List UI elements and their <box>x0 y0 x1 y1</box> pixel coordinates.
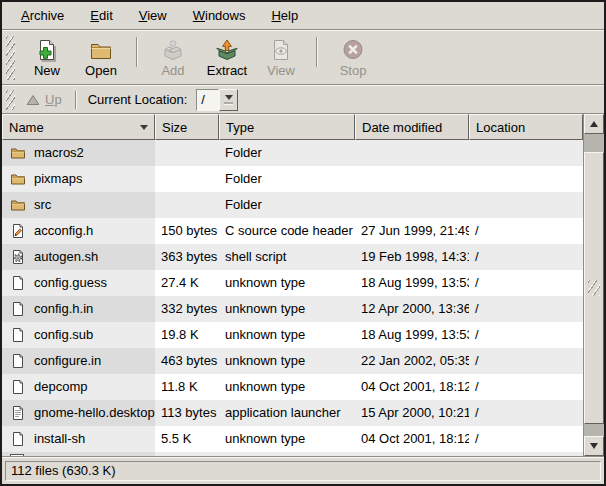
desktop-launcher-file-icon <box>10 405 26 421</box>
scroll-down-button[interactable] <box>584 436 604 456</box>
cell-date-modified: 18 Aug 1999, 13:53 <box>355 322 469 348</box>
menu-archive[interactable]: Archive <box>8 4 77 27</box>
file-name: depcomp <box>34 374 87 400</box>
location-combo-dropdown[interactable] <box>219 89 238 111</box>
column-header-type[interactable]: Type <box>219 114 355 140</box>
cell-location <box>469 192 583 218</box>
file-name: src <box>34 192 51 218</box>
file-name: configure.in <box>34 348 101 374</box>
cell-location: / <box>469 270 583 296</box>
cell-location <box>469 140 583 166</box>
view-file-icon <box>269 38 293 62</box>
folder-icon <box>10 145 26 161</box>
cell-size: 27.4 K <box>155 270 219 296</box>
extract-button[interactable]: Extract <box>200 33 254 83</box>
cell-name: config.sub <box>2 322 155 348</box>
view-button[interactable]: View <box>254 33 308 83</box>
cell-location: / <box>469 400 583 426</box>
dropdown-bar-icon <box>224 102 233 104</box>
status-frame: 112 files (630.3 K) <box>5 461 601 481</box>
cell-date-modified: 27 Jun 1999, 21:49 <box>355 218 469 244</box>
cell-date-modified: 04 Oct 2001, 18:12 <box>355 426 469 452</box>
cell-name: macros2 <box>2 140 155 166</box>
scroll-up-button[interactable] <box>584 114 604 134</box>
add-button[interactable]: Add <box>146 33 200 83</box>
table-row[interactable]: autogen.sh 363 bytes shell script 19 Feb… <box>2 244 583 270</box>
table-row[interactable]: config.guess 27.4 K unknown type 18 Aug … <box>2 270 583 296</box>
stop-button[interactable]: Stop <box>326 33 380 83</box>
folder-icon <box>10 171 26 187</box>
plain-file-icon <box>10 353 26 369</box>
cell-size <box>155 166 219 192</box>
cell-date-modified: 19 Feb 1998, 14:31 <box>355 244 469 270</box>
scrollbar-thumb[interactable] <box>584 152 604 424</box>
cell-type: unknown type <box>219 296 355 322</box>
cell-location: / <box>469 218 583 244</box>
cell-date-modified: 04 Oct 2001, 18:12 <box>355 374 469 400</box>
plain-file-icon <box>10 275 26 291</box>
status-bar: 112 files (630.3 K) <box>2 458 604 484</box>
locationbar-drag-handle[interactable] <box>6 90 15 110</box>
cell-name: src <box>2 192 155 218</box>
cell-name: install-sh <box>2 426 155 452</box>
scrollbar-trough[interactable] <box>584 134 604 436</box>
plain-file-icon <box>10 301 26 317</box>
cell-name: autogen.sh <box>2 244 155 270</box>
file-name: pixmaps <box>34 166 82 192</box>
cell-location: / <box>469 322 583 348</box>
cell-name: config.guess <box>2 270 155 296</box>
chevron-down-icon <box>225 95 233 100</box>
open-button[interactable]: Open <box>74 33 128 83</box>
cell-name: configure.in <box>2 348 155 374</box>
cell-date-modified <box>355 140 469 166</box>
table-row[interactable]: depcomp 11.8 K unknown type 04 Oct 2001,… <box>2 374 583 400</box>
cell-name: acconfig.h <box>2 218 155 244</box>
sort-indicator-icon <box>140 125 148 130</box>
menu-windows[interactable]: Windows <box>180 4 259 27</box>
cell-size: 150 bytes <box>155 218 219 244</box>
table-row[interactable]: config.h.in 332 bytes unknown type 12 Ap… <box>2 296 583 322</box>
cell-type: Folder <box>219 192 355 218</box>
file-name: install-sh <box>34 426 85 452</box>
file-name: acconfig.h <box>34 218 93 244</box>
column-header-location[interactable]: Location <box>469 114 583 140</box>
table-row[interactable]: configure.in 463 bytes unknown type 22 J… <box>2 348 583 374</box>
up-button[interactable]: Up <box>20 90 68 109</box>
menu-edit[interactable]: Edit <box>77 4 125 27</box>
table-row[interactable]: gnome-hello.desktop 113 bytes applicatio… <box>2 400 583 426</box>
file-name: config.guess <box>34 270 107 296</box>
plain-file-icon <box>10 327 26 343</box>
cell-type: unknown type <box>219 374 355 400</box>
table-row[interactable]: acconfig.h 150 bytes C source code heade… <box>2 218 583 244</box>
toolbar-separator <box>136 37 138 67</box>
menu-view[interactable]: View <box>126 4 180 27</box>
toolbar-drag-handle[interactable] <box>6 36 15 80</box>
cell-type: unknown type <box>219 322 355 348</box>
column-header-date-modified[interactable]: Date modified <box>355 114 469 140</box>
location-combo-value[interactable]: / <box>196 89 219 111</box>
new-button[interactable]: New <box>20 33 74 83</box>
cell-type: application launcher <box>219 400 355 426</box>
column-header-name[interactable]: Name <box>2 114 155 140</box>
column-header-size[interactable]: Size <box>155 114 219 140</box>
cell-type: Folder <box>219 140 355 166</box>
table-row[interactable]: pixmaps Folder <box>2 166 583 192</box>
open-archive-icon <box>89 38 113 62</box>
menu-help[interactable]: Help <box>258 4 311 27</box>
table-row[interactable]: install-sh 5.5 K unknown type 04 Oct 200… <box>2 426 583 452</box>
location-bar: Up Current Location: / <box>2 86 604 114</box>
table-row[interactable]: macros2 Folder <box>2 140 583 166</box>
cell-location <box>469 166 583 192</box>
status-text: 112 files (630.3 K) <box>11 463 116 478</box>
plain-file-icon <box>10 379 26 395</box>
cell-size <box>155 192 219 218</box>
cell-date-modified <box>355 192 469 218</box>
table-row[interactable]: src Folder <box>2 192 583 218</box>
current-location-label: Current Location: <box>88 92 188 107</box>
table-row[interactable]: config.sub 19.8 K unknown type 18 Aug 19… <box>2 322 583 348</box>
cell-location: / <box>469 296 583 322</box>
toolbar-separator <box>316 37 318 67</box>
cell-name: pixmaps <box>2 166 155 192</box>
file-list: macros2 Folder pixmaps Folder src Folder… <box>2 140 583 452</box>
cell-size: 19.8 K <box>155 322 219 348</box>
